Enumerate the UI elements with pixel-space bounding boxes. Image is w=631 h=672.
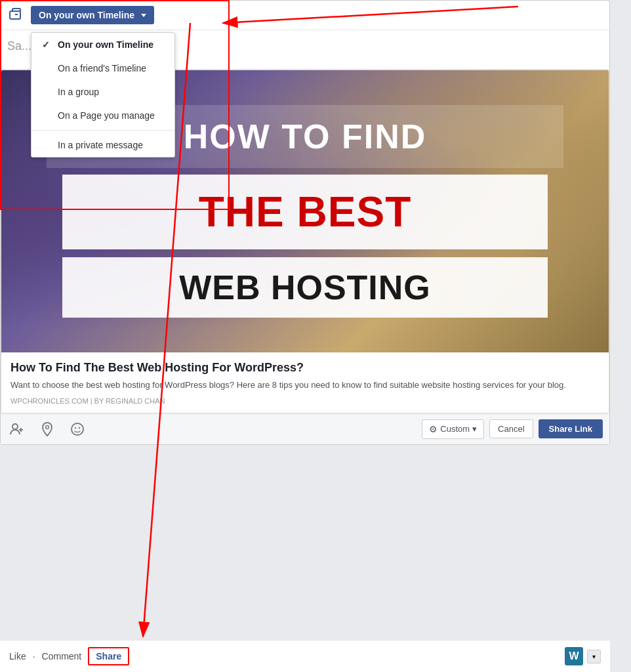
dropdown-selected-label: On your own Timeline xyxy=(39,10,134,20)
svg-point-2 xyxy=(12,424,18,429)
dropdown-menu: ✓ On your own Timeline On a friend's Tim… xyxy=(31,32,175,158)
article-source-author: BY REGINALD CHAN xyxy=(94,397,165,405)
comment-bar: Like · Comment Share W ▾ xyxy=(0,640,610,672)
check-placeholder xyxy=(42,63,52,74)
svg-point-7 xyxy=(75,427,76,428)
article-banner-top-text: HOW TO FIND xyxy=(184,117,427,156)
article-source-sep: | xyxy=(91,397,92,405)
share-where-bar: On your own Timeline ✓ On your own Timel… xyxy=(1,1,609,30)
add-person-icon[interactable] xyxy=(7,419,27,439)
svg-point-5 xyxy=(46,425,49,429)
dropdown-item-label: On a Page you manage xyxy=(58,110,155,121)
article-description: Want to choose the best web hosting for … xyxy=(10,379,600,391)
dropdown-item-friend-timeline[interactable]: On a friend's Timeline xyxy=(31,56,174,80)
page-wrapper: On your own Timeline ✓ On your own Timel… xyxy=(0,0,631,672)
svg-point-6 xyxy=(71,423,83,435)
wordpress-dropdown-button[interactable]: ▾ xyxy=(587,650,601,663)
share-toolbar: ⚙ Custom ▾ Cancel Share Link xyxy=(1,413,609,444)
custom-caret: ▾ xyxy=(472,424,477,434)
article-banner-bottom: WEB HOSTING xyxy=(62,257,548,318)
dropdown-item-on-page[interactable]: On a Page you manage xyxy=(31,104,174,127)
emoji-icon[interactable] xyxy=(68,419,87,439)
dropdown-caret-icon xyxy=(141,14,146,17)
share-link-button[interactable]: Share Link xyxy=(539,419,603,438)
share-where-dropdown[interactable]: On your own Timeline xyxy=(31,6,154,24)
separator-dot: · xyxy=(33,651,35,662)
check-placeholder xyxy=(42,87,52,97)
dropdown-item-private-message[interactable]: In a private message xyxy=(31,133,174,157)
dropdown-item-label: On a friend's Timeline xyxy=(58,63,146,74)
share-button[interactable]: Share xyxy=(88,647,129,665)
check-placeholder xyxy=(42,110,52,121)
dropdown-item-in-group[interactable]: In a group xyxy=(31,80,174,104)
toolbar-left xyxy=(7,419,87,439)
dropdown-item-label: In a private message xyxy=(58,140,143,150)
custom-label: Custom xyxy=(440,424,470,434)
wordpress-icon[interactable]: W xyxy=(565,647,583,665)
location-icon[interactable] xyxy=(37,419,57,439)
share-dialog: On your own Timeline ✓ On your own Timel… xyxy=(0,0,610,445)
comment-bar-right: W ▾ xyxy=(565,647,601,665)
article-banner-middle-text: THE BEST xyxy=(199,188,411,236)
like-button[interactable]: Like xyxy=(9,651,26,662)
custom-button[interactable]: ⚙ Custom ▾ xyxy=(422,419,484,439)
toolbar-right: ⚙ Custom ▾ Cancel Share Link xyxy=(422,419,603,439)
article-source-domain: WPCHRONICLES.COM xyxy=(10,397,89,405)
article-text-area: How To Find The Best Web Hosting For Wor… xyxy=(1,352,609,413)
article-title: How To Find The Best Web Hosting For Wor… xyxy=(10,360,600,375)
gear-icon: ⚙ xyxy=(429,424,438,434)
share-icon xyxy=(7,6,26,24)
checkmark-icon: ✓ xyxy=(42,39,52,50)
dropdown-item-own-timeline[interactable]: ✓ On your own Timeline xyxy=(31,33,174,56)
comment-button[interactable]: Comment xyxy=(42,651,82,662)
dropdown-item-label: On your own Timeline xyxy=(58,39,153,50)
article-banner-bottom-text: WEB HOSTING xyxy=(179,268,431,306)
dropdown-item-label: In a group xyxy=(58,87,99,97)
check-placeholder xyxy=(42,140,52,150)
article-source: WPCHRONICLES.COM | BY REGINALD CHAN xyxy=(10,397,600,405)
svg-point-8 xyxy=(79,427,80,428)
article-banner-middle: THE BEST xyxy=(62,175,548,249)
comment-bar-left: Like · Comment Share xyxy=(9,647,129,665)
dropdown-divider xyxy=(31,130,174,131)
cancel-button[interactable]: Cancel xyxy=(489,419,533,438)
